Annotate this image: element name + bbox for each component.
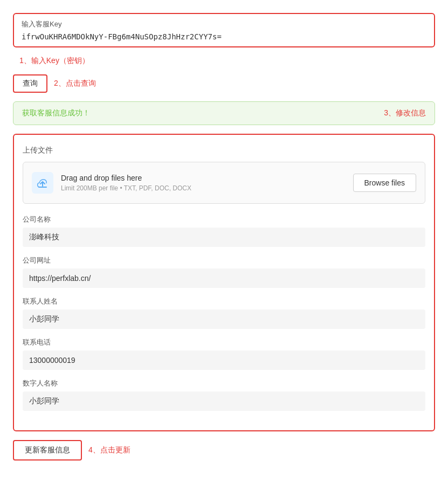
update-step-label: 4、点击更新 <box>88 445 130 455</box>
upload-section-title: 上传文件 <box>23 146 425 155</box>
query-button[interactable]: 查询 <box>13 74 47 93</box>
field-group-contact-phone: 联系电话 <box>23 338 425 370</box>
field-group-company-name: 公司名称 <box>23 215 425 247</box>
label-contact-phone: 联系电话 <box>23 338 425 347</box>
label-company-url: 公司网址 <box>23 256 425 265</box>
query-row: 查询 2、点击查询 <box>13 74 435 93</box>
fields-container: 公司名称公司网址联系人姓名联系电话数字人名称 <box>23 215 425 411</box>
upload-sub-text: Limit 200MB per file • TXT, PDF, DOC, DO… <box>61 184 353 192</box>
label-company-name: 公司名称 <box>23 215 425 224</box>
form-section: 上传文件 Drag and drop files here Limit 200M… <box>13 134 435 431</box>
browse-files-button[interactable]: Browse files <box>353 174 416 192</box>
upload-main-text: Drag and drop files here <box>61 174 353 182</box>
key-label: 输入客服Key <box>22 19 426 29</box>
upload-area[interactable]: Drag and drop files here Limit 200MB per… <box>23 162 425 204</box>
field-group-contact-name: 联系人姓名 <box>23 297 425 329</box>
input-contact-phone[interactable] <box>23 350 425 370</box>
key-step-label: 1、输入Key（密钥） <box>19 56 89 66</box>
update-row: 更新客服信息 4、点击更新 <box>13 440 435 460</box>
input-contact-name[interactable] <box>23 310 425 329</box>
input-company-name[interactable] <box>23 228 425 247</box>
key-section: 输入客服Key <box>13 13 435 47</box>
label-avatar-name: 数字人名称 <box>23 379 425 388</box>
field-group-avatar-name: 数字人名称 <box>23 379 425 411</box>
input-company-url[interactable] <box>23 269 425 288</box>
query-step-label: 2、点击查询 <box>54 79 96 88</box>
key-hint-row: 1、输入Key（密钥） <box>13 56 435 66</box>
field-group-company-url: 公司网址 <box>23 256 425 288</box>
success-text: 获取客服信息成功！ <box>22 108 90 118</box>
input-avatar-name[interactable] <box>23 391 425 411</box>
update-button[interactable]: 更新客服信息 <box>13 440 82 460</box>
upload-text-group: Drag and drop files here Limit 200MB per… <box>61 174 353 192</box>
success-alert: 获取客服信息成功！ 3、修改信息 <box>13 101 435 125</box>
key-input[interactable] <box>22 32 426 41</box>
key-input-row <box>22 32 426 41</box>
success-step-label: 3、修改信息 <box>384 108 426 118</box>
upload-cloud-icon <box>32 172 53 194</box>
label-contact-name: 联系人姓名 <box>23 297 425 306</box>
